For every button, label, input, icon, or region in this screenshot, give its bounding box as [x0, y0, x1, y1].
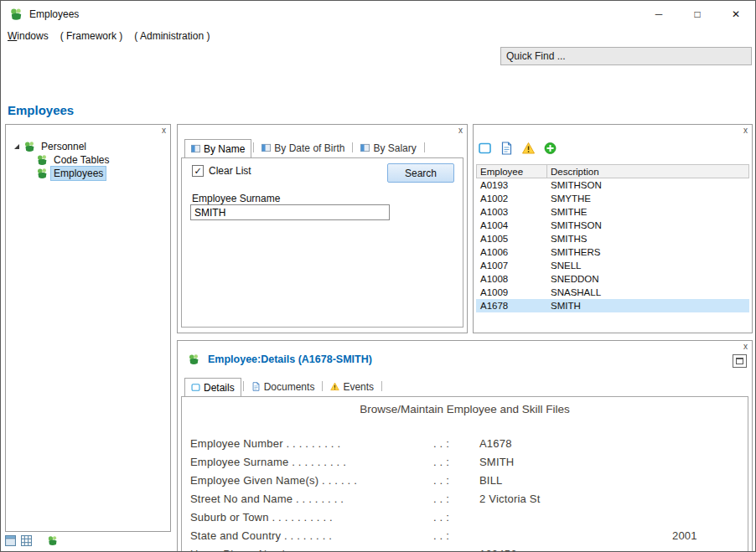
field-value: A1678	[479, 437, 672, 450]
search-form: ✓ Clear List Search Employee Surname	[181, 157, 463, 328]
tab-label: Documents	[264, 381, 315, 393]
column-header-description[interactable]: Description	[547, 165, 748, 178]
app-window: Employees ─ □ ✕ Windows ( Framework ) ( …	[0, 0, 756, 552]
clear-list-label: Clear List	[209, 165, 251, 177]
field-given-names: Employee Given Name(s) . . . . . . . . :…	[182, 471, 748, 489]
table-header: Employee Description	[476, 164, 749, 178]
close-panel-icon[interactable]: x	[162, 126, 166, 136]
description-cell: SMYTHE	[546, 193, 749, 204]
field-separator: . . :	[433, 437, 479, 450]
tab-separator	[243, 381, 244, 391]
field-state-country: State and Country . . . . . . . . . . : …	[182, 526, 748, 544]
tab-by-date-of-birth[interactable]: By Date of Birth	[256, 139, 350, 157]
employee-cell: A1003	[476, 207, 546, 217]
description-cell: SNELL	[546, 261, 749, 271]
window-title: Employees	[29, 8, 79, 20]
description-cell: SMITHERS	[546, 247, 749, 257]
minimize-button[interactable]: ─	[639, 1, 678, 28]
tab-icon	[261, 143, 271, 152]
tab-details[interactable]: Details	[184, 378, 241, 396]
grid-view-icon[interactable]	[21, 535, 32, 546]
tab-by-name[interactable]: By Name	[184, 139, 251, 157]
app-icon	[9, 8, 23, 21]
tree-item-label: Personnel	[39, 140, 89, 153]
field-label: Employee Number . . . . . . . . .	[190, 437, 433, 450]
menu-windows[interactable]: Windows	[8, 30, 49, 42]
table-row[interactable]: A0193SMITHSON	[476, 178, 749, 192]
field-suburb: Suburb or Town . . . . . . . . . . . . :	[182, 508, 748, 526]
field-value: SMITH	[479, 456, 672, 468]
tab-separator	[253, 142, 254, 152]
field-separator: . . :	[433, 456, 479, 468]
tree-expander-icon[interactable]	[13, 142, 21, 151]
code-tables-icon	[36, 154, 48, 166]
status-green-icon[interactable]	[47, 535, 58, 546]
table-row-selected[interactable]: A1678SMITH	[476, 299, 749, 312]
tab-by-salary[interactable]: By Salary	[355, 139, 422, 157]
description-cell: SNEDDON	[546, 274, 749, 284]
tree-item-employees[interactable]: Employees	[6, 167, 170, 180]
employee-cell: A1007	[476, 261, 546, 271]
warning-icon[interactable]	[521, 142, 536, 155]
menu-framework[interactable]: ( Framework )	[60, 30, 123, 42]
tab-separator	[424, 142, 425, 152]
table-row[interactable]: A1009SNASHALL	[476, 286, 749, 299]
close-panel-icon[interactable]: x	[743, 342, 748, 352]
field-employee-number: Employee Number . . . . . . . . . . . : …	[182, 434, 748, 452]
close-button[interactable]: ✕	[717, 1, 755, 28]
employee-cell: A1006	[476, 247, 546, 257]
column-header-employee[interactable]: Employee	[477, 165, 547, 178]
surname-label: Employee Surname	[192, 193, 280, 204]
table-row[interactable]: A1004SMITHSON	[476, 219, 749, 232]
close-panel-icon[interactable]: x	[743, 126, 748, 136]
search-button[interactable]: Search	[387, 163, 454, 183]
table-row[interactable]: A1002SMYTHE	[476, 192, 749, 205]
menu-bar: Windows ( Framework ) ( Administration )	[1, 28, 755, 44]
details-view-icon[interactable]	[478, 142, 492, 155]
description-cell: SMITHS	[546, 234, 749, 244]
tab-label: Events	[343, 381, 374, 393]
title-bar: Employees ─ □ ✕	[1, 1, 755, 28]
table-row[interactable]: A1006SMITHERS	[476, 245, 749, 259]
tree-item-personnel[interactable]: Personnel	[6, 140, 170, 153]
surname-input[interactable]	[190, 204, 390, 220]
tab-separator	[381, 381, 382, 391]
field-separator: . . :	[433, 529, 479, 542]
employee-cell: A1004	[476, 220, 546, 230]
add-icon[interactable]	[543, 142, 557, 155]
description-cell: SMITHSON	[546, 180, 749, 190]
field-value: BILL	[479, 474, 672, 487]
results-panel: x Employee Description A0193SMITHSON A10…	[473, 124, 753, 333]
tab-separator	[352, 142, 353, 152]
tab-label: By Date of Birth	[274, 142, 344, 154]
table-row[interactable]: A1007SNELL	[476, 259, 749, 272]
tab-label: By Salary	[373, 142, 416, 154]
close-panel-icon[interactable]: x	[458, 126, 463, 136]
maximize-button[interactable]: □	[678, 1, 717, 28]
table-row[interactable]: A1005SMITHS	[476, 232, 749, 245]
clear-list-checkbox[interactable]: ✓	[192, 165, 204, 177]
search-panel: x By Name By Date of Birth By Salary ✓ C…	[177, 124, 468, 333]
menu-administration[interactable]: ( Administration )	[134, 30, 210, 42]
field-extra: 2001	[672, 529, 748, 542]
employee-table: Employee Description A0193SMITHSON A1002…	[476, 164, 749, 312]
tab-documents[interactable]: Documents	[246, 378, 321, 395]
tree-item-code-tables[interactable]: Code Tables	[6, 153, 170, 167]
description-cell: SNASHALL	[546, 287, 749, 297]
quick-find-input[interactable]	[500, 47, 752, 65]
status-bar	[5, 535, 58, 546]
page-title: Employees	[8, 103, 74, 117]
table-row[interactable]: A1003SMITHE	[476, 205, 749, 219]
document-icon[interactable]	[500, 142, 514, 155]
field-separator: . . :	[433, 493, 479, 505]
search-tabstrip: By Name By Date of Birth By Salary	[184, 139, 427, 157]
tab-events[interactable]: Events	[324, 378, 380, 395]
table-row[interactable]: A1008SNEDDON	[476, 272, 749, 286]
maximize-glyph	[736, 358, 743, 364]
tab-label: By Name	[204, 143, 245, 155]
employees-icon	[36, 168, 48, 179]
maximize-panel-button[interactable]	[733, 354, 747, 368]
personnel-icon	[23, 141, 35, 152]
details-title: Employee:Details (A1678-SMITH)	[208, 353, 372, 365]
layout-view-icon[interactable]	[5, 535, 16, 546]
